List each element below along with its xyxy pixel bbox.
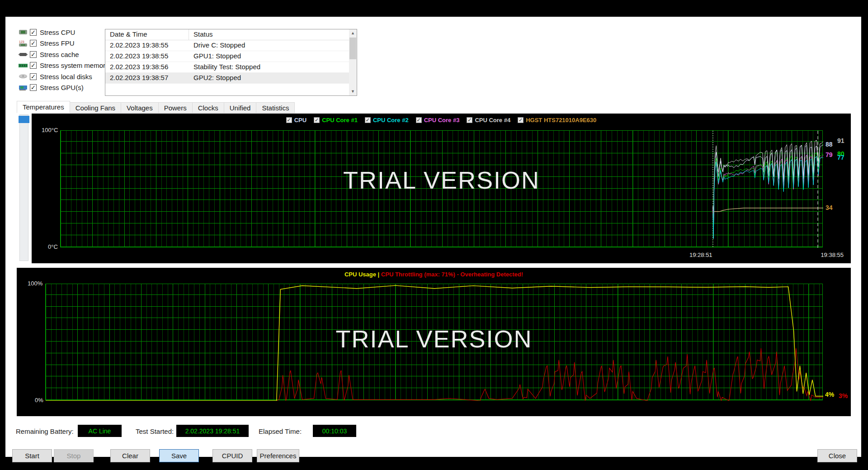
- throttle-end-value: 3%: [839, 392, 848, 399]
- log-row-status: Stability Test: Stopped: [189, 62, 357, 72]
- scrollbar-thumb[interactable]: [349, 38, 356, 59]
- temp-end-value: 77: [837, 154, 844, 161]
- usage-end-value: 4%: [825, 391, 834, 398]
- save-button[interactable]: Save: [159, 449, 199, 462]
- temp-end-value: 79: [826, 151, 833, 158]
- stress-option-checkbox[interactable]: ✓: [30, 73, 37, 80]
- legend-item[interactable]: ✓CPU Core #1: [314, 117, 358, 123]
- usage-axis-max-label: 100%: [28, 280, 42, 287]
- log-row[interactable]: 2.02.2023 19:38:57GPU2: Stopped: [105, 73, 357, 84]
- legend-checkbox[interactable]: ✓: [518, 117, 524, 123]
- legend-checkbox[interactable]: ✓: [416, 117, 422, 123]
- memory-icon: [16, 62, 30, 69]
- stress-option-row: 123✓Stress FPU: [16, 38, 109, 49]
- stress-option-row: ✓Stress cache: [16, 49, 109, 60]
- svg-text:123: 123: [19, 40, 24, 43]
- legend-checkbox[interactable]: ✓: [467, 117, 472, 123]
- legend-label: HGST HTS721010A9E630: [526, 117, 596, 123]
- elapsed-time-value: 00:10:03: [313, 425, 356, 437]
- stress-option-label: Stress local disks: [40, 73, 92, 81]
- legend-label: CPU Core #1: [322, 117, 358, 123]
- stress-option-row: ✓Stress GPU(s): [16, 82, 109, 94]
- cpu-usage-chart-panel: CPU Usage | CPU Throttling (max: 71%) - …: [17, 268, 851, 416]
- title-separator: |: [378, 271, 381, 278]
- log-row[interactable]: 2.02.2023 19:38:55Drive C: Stopped: [105, 40, 357, 51]
- slider-thumb[interactable]: [19, 116, 29, 123]
- battery-label: Remaining Battery:: [16, 427, 74, 435]
- log-row-date: 2.02.2023 19:38:57: [105, 73, 189, 83]
- stop-button[interactable]: Stop: [54, 449, 94, 462]
- tab-temperatures[interactable]: Temperatures: [17, 101, 70, 113]
- elapsed-time-label: Elapsed Time:: [259, 427, 302, 435]
- battery-value: AC Line: [78, 425, 122, 437]
- chart-vertical-slider[interactable]: [19, 114, 28, 261]
- log-row[interactable]: 2.02.2023 19:38:56Stability Test: Stoppe…: [105, 62, 357, 73]
- event-log-table[interactable]: Date & Time Status 2.02.2023 19:38:55Dri…: [105, 29, 357, 96]
- disk-icon: [16, 73, 30, 80]
- tab-bar: TemperaturesCooling FansVoltagesPowersCl…: [17, 101, 295, 113]
- legend-item[interactable]: ✓HGST HTS721010A9E630: [518, 117, 596, 123]
- stress-option-checkbox[interactable]: ✓: [30, 29, 37, 36]
- temperature-series-lines: [61, 131, 823, 248]
- log-column-status[interactable]: Status: [189, 29, 357, 40]
- temp-end-value: 34: [826, 204, 833, 211]
- log-scrollbar[interactable]: ▲ ▼: [349, 29, 357, 95]
- stress-option-label: Stress system memory: [40, 62, 109, 69]
- legend-label: CPU Core #3: [424, 117, 460, 123]
- log-row-status: GPU2: Stopped: [189, 73, 357, 83]
- temperature-chart-legend: ✓CPU✓CPU Core #1✓CPU Core #2✓CPU Core #3…: [32, 117, 851, 123]
- time-start-label: 19:28:51: [689, 252, 712, 258]
- log-row-status: GPU1: Stopped: [189, 51, 357, 62]
- tab-clocks[interactable]: Clocks: [193, 102, 224, 113]
- log-row[interactable]: 2.02.2023 19:38:55GPU1: Stopped: [105, 51, 357, 62]
- legend-checkbox[interactable]: ✓: [286, 117, 292, 123]
- log-table-header: Date & Time Status: [105, 29, 357, 40]
- tab-statistics[interactable]: Statistics: [256, 102, 295, 113]
- preferences-button[interactable]: Preferences: [257, 449, 299, 462]
- tab-voltages[interactable]: Voltages: [121, 102, 159, 113]
- legend-label: CPU Core #4: [475, 117, 510, 123]
- stress-options-list: ✓Stress CPU123✓Stress FPU✓Stress cache✓S…: [16, 27, 109, 93]
- scroll-down-icon[interactable]: ▼: [349, 88, 357, 95]
- stress-option-row: ✓Stress system memory: [16, 60, 109, 71]
- tab-unified[interactable]: Unified: [224, 102, 257, 113]
- stability-test-window: ✓Stress CPU123✓Stress FPU✓Stress cache✓S…: [5, 17, 861, 457]
- cpu-usage-chart-title: CPU Usage | CPU Throttling (max: 71%) - …: [17, 271, 851, 278]
- log-rows: 2.02.2023 19:38:55Drive C: Stopped2.02.2…: [105, 40, 357, 84]
- cpuid-button[interactable]: CPUID: [212, 449, 252, 462]
- gpu-icon: [16, 84, 30, 91]
- cpu-usage-plot-area: TRIAL VERSION: [45, 284, 823, 400]
- temperature-plot-area: TRIAL VERSION: [60, 130, 823, 247]
- legend-item[interactable]: ✓CPU: [286, 117, 307, 123]
- tab-cooling-fans[interactable]: Cooling Fans: [70, 102, 121, 113]
- log-column-date[interactable]: Date & Time: [105, 29, 189, 40]
- stress-option-checkbox[interactable]: ✓: [30, 51, 37, 58]
- stress-option-row: ✓Stress local disks: [16, 71, 109, 82]
- scroll-up-icon[interactable]: ▲: [349, 29, 357, 37]
- legend-checkbox[interactable]: ✓: [365, 117, 371, 123]
- log-row-date: 2.02.2023 19:38:56: [105, 62, 189, 72]
- temperature-chart-panel: ✓CPU✓CPU Core #1✓CPU Core #2✓CPU Core #3…: [32, 114, 851, 263]
- usage-axis-min-label: 0%: [35, 397, 43, 404]
- cpu-chip-icon: [16, 28, 30, 36]
- legend-label: CPU: [294, 117, 307, 123]
- test-started-label: Test Started:: [136, 427, 174, 435]
- legend-item[interactable]: ✓CPU Core #4: [467, 117, 510, 123]
- legend-item[interactable]: ✓CPU Core #3: [416, 117, 460, 123]
- stress-option-label: Stress cache: [40, 51, 79, 58]
- clear-button[interactable]: Clear: [110, 449, 150, 462]
- legend-checkbox[interactable]: ✓: [314, 117, 320, 123]
- close-button[interactable]: Close: [817, 449, 857, 462]
- temp-axis-min-label: 0°C: [48, 243, 58, 250]
- start-button[interactable]: Start: [12, 449, 52, 462]
- stress-option-checkbox[interactable]: ✓: [30, 84, 37, 91]
- log-row-date: 2.02.2023 19:38:55: [105, 51, 189, 62]
- log-row-status: Drive C: Stopped: [189, 40, 357, 51]
- legend-item[interactable]: ✓CPU Core #2: [365, 117, 409, 123]
- tab-powers[interactable]: Powers: [159, 102, 193, 113]
- stress-option-checkbox[interactable]: ✓: [30, 40, 37, 47]
- stress-option-label: Stress GPU(s): [40, 84, 84, 91]
- stress-option-checkbox[interactable]: ✓: [30, 62, 37, 69]
- stress-option-row: ✓Stress CPU: [16, 27, 109, 38]
- cpu-throttle-warning: CPU Throttling (max: 71%) - Overheating …: [381, 271, 523, 278]
